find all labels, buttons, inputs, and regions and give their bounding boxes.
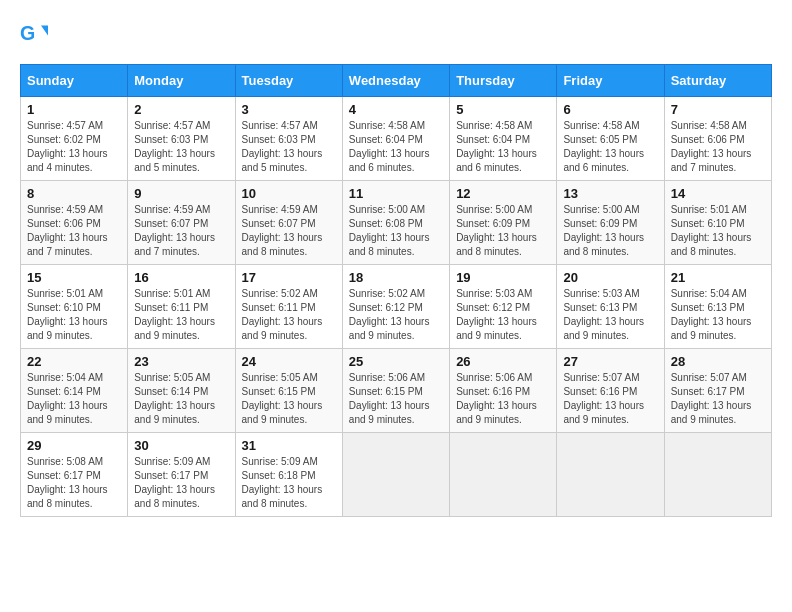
day-info: Sunrise: 5:01 AMSunset: 6:10 PMDaylight:… [27, 288, 108, 341]
day-info: Sunrise: 4:59 AMSunset: 6:06 PMDaylight:… [27, 204, 108, 257]
day-number: 31 [242, 438, 336, 453]
day-info: Sunrise: 5:04 AMSunset: 6:13 PMDaylight:… [671, 288, 752, 341]
col-header-tuesday: Tuesday [235, 65, 342, 97]
calendar-day-cell: 6 Sunrise: 4:58 AMSunset: 6:05 PMDayligh… [557, 97, 664, 181]
empty-cell [557, 433, 664, 517]
day-info: Sunrise: 5:00 AMSunset: 6:08 PMDaylight:… [349, 204, 430, 257]
day-info: Sunrise: 5:02 AMSunset: 6:12 PMDaylight:… [349, 288, 430, 341]
calendar-day-cell: 25 Sunrise: 5:06 AMSunset: 6:15 PMDaylig… [342, 349, 449, 433]
day-number: 6 [563, 102, 657, 117]
day-number: 14 [671, 186, 765, 201]
day-number: 9 [134, 186, 228, 201]
calendar-day-cell: 4 Sunrise: 4:58 AMSunset: 6:04 PMDayligh… [342, 97, 449, 181]
col-header-monday: Monday [128, 65, 235, 97]
logo: G [20, 20, 50, 48]
day-number: 20 [563, 270, 657, 285]
day-info: Sunrise: 5:03 AMSunset: 6:12 PMDaylight:… [456, 288, 537, 341]
day-info: Sunrise: 5:01 AMSunset: 6:11 PMDaylight:… [134, 288, 215, 341]
col-header-thursday: Thursday [450, 65, 557, 97]
day-number: 13 [563, 186, 657, 201]
day-number: 4 [349, 102, 443, 117]
day-number: 30 [134, 438, 228, 453]
day-info: Sunrise: 5:00 AMSunset: 6:09 PMDaylight:… [563, 204, 644, 257]
calendar-day-cell: 7 Sunrise: 4:58 AMSunset: 6:06 PMDayligh… [664, 97, 771, 181]
day-number: 18 [349, 270, 443, 285]
day-info: Sunrise: 4:59 AMSunset: 6:07 PMDaylight:… [134, 204, 215, 257]
calendar-week-row: 1 Sunrise: 4:57 AMSunset: 6:02 PMDayligh… [21, 97, 772, 181]
day-info: Sunrise: 5:06 AMSunset: 6:16 PMDaylight:… [456, 372, 537, 425]
col-header-friday: Friday [557, 65, 664, 97]
day-number: 11 [349, 186, 443, 201]
day-info: Sunrise: 5:01 AMSunset: 6:10 PMDaylight:… [671, 204, 752, 257]
calendar-day-cell: 5 Sunrise: 4:58 AMSunset: 6:04 PMDayligh… [450, 97, 557, 181]
calendar-day-cell: 1 Sunrise: 4:57 AMSunset: 6:02 PMDayligh… [21, 97, 128, 181]
day-number: 28 [671, 354, 765, 369]
calendar-day-cell: 16 Sunrise: 5:01 AMSunset: 6:11 PMDaylig… [128, 265, 235, 349]
calendar-day-cell: 27 Sunrise: 5:07 AMSunset: 6:16 PMDaylig… [557, 349, 664, 433]
day-number: 16 [134, 270, 228, 285]
col-header-sunday: Sunday [21, 65, 128, 97]
day-info: Sunrise: 5:00 AMSunset: 6:09 PMDaylight:… [456, 204, 537, 257]
empty-cell [342, 433, 449, 517]
svg-marker-1 [41, 26, 48, 36]
day-number: 5 [456, 102, 550, 117]
day-info: Sunrise: 5:02 AMSunset: 6:11 PMDaylight:… [242, 288, 323, 341]
empty-cell [664, 433, 771, 517]
calendar-day-cell: 23 Sunrise: 5:05 AMSunset: 6:14 PMDaylig… [128, 349, 235, 433]
day-number: 23 [134, 354, 228, 369]
day-number: 12 [456, 186, 550, 201]
empty-cell [450, 433, 557, 517]
calendar-day-cell: 29 Sunrise: 5:08 AMSunset: 6:17 PMDaylig… [21, 433, 128, 517]
day-number: 7 [671, 102, 765, 117]
calendar-day-cell: 13 Sunrise: 5:00 AMSunset: 6:09 PMDaylig… [557, 181, 664, 265]
day-number: 25 [349, 354, 443, 369]
day-info: Sunrise: 4:59 AMSunset: 6:07 PMDaylight:… [242, 204, 323, 257]
col-header-saturday: Saturday [664, 65, 771, 97]
calendar-table: SundayMondayTuesdayWednesdayThursdayFrid… [20, 64, 772, 517]
calendar-week-row: 29 Sunrise: 5:08 AMSunset: 6:17 PMDaylig… [21, 433, 772, 517]
calendar-week-row: 15 Sunrise: 5:01 AMSunset: 6:10 PMDaylig… [21, 265, 772, 349]
page-header: G [20, 20, 772, 48]
day-number: 15 [27, 270, 121, 285]
calendar-day-cell: 2 Sunrise: 4:57 AMSunset: 6:03 PMDayligh… [128, 97, 235, 181]
day-number: 29 [27, 438, 121, 453]
day-info: Sunrise: 4:58 AMSunset: 6:04 PMDaylight:… [456, 120, 537, 173]
day-info: Sunrise: 5:03 AMSunset: 6:13 PMDaylight:… [563, 288, 644, 341]
calendar-day-cell: 15 Sunrise: 5:01 AMSunset: 6:10 PMDaylig… [21, 265, 128, 349]
logo-icon: G [20, 20, 48, 48]
day-info: Sunrise: 5:06 AMSunset: 6:15 PMDaylight:… [349, 372, 430, 425]
calendar-header-row: SundayMondayTuesdayWednesdayThursdayFrid… [21, 65, 772, 97]
calendar-day-cell: 18 Sunrise: 5:02 AMSunset: 6:12 PMDaylig… [342, 265, 449, 349]
calendar-day-cell: 12 Sunrise: 5:00 AMSunset: 6:09 PMDaylig… [450, 181, 557, 265]
day-info: Sunrise: 5:07 AMSunset: 6:16 PMDaylight:… [563, 372, 644, 425]
calendar-day-cell: 10 Sunrise: 4:59 AMSunset: 6:07 PMDaylig… [235, 181, 342, 265]
day-info: Sunrise: 5:05 AMSunset: 6:14 PMDaylight:… [134, 372, 215, 425]
calendar-day-cell: 3 Sunrise: 4:57 AMSunset: 6:03 PMDayligh… [235, 97, 342, 181]
calendar-day-cell: 31 Sunrise: 5:09 AMSunset: 6:18 PMDaylig… [235, 433, 342, 517]
day-info: Sunrise: 4:58 AMSunset: 6:04 PMDaylight:… [349, 120, 430, 173]
day-number: 21 [671, 270, 765, 285]
day-number: 3 [242, 102, 336, 117]
day-info: Sunrise: 5:09 AMSunset: 6:17 PMDaylight:… [134, 456, 215, 509]
day-info: Sunrise: 5:09 AMSunset: 6:18 PMDaylight:… [242, 456, 323, 509]
day-number: 27 [563, 354, 657, 369]
day-number: 24 [242, 354, 336, 369]
day-info: Sunrise: 5:08 AMSunset: 6:17 PMDaylight:… [27, 456, 108, 509]
calendar-week-row: 8 Sunrise: 4:59 AMSunset: 6:06 PMDayligh… [21, 181, 772, 265]
calendar-day-cell: 21 Sunrise: 5:04 AMSunset: 6:13 PMDaylig… [664, 265, 771, 349]
calendar-week-row: 22 Sunrise: 5:04 AMSunset: 6:14 PMDaylig… [21, 349, 772, 433]
calendar-day-cell: 26 Sunrise: 5:06 AMSunset: 6:16 PMDaylig… [450, 349, 557, 433]
day-number: 8 [27, 186, 121, 201]
calendar-day-cell: 17 Sunrise: 5:02 AMSunset: 6:11 PMDaylig… [235, 265, 342, 349]
day-info: Sunrise: 5:04 AMSunset: 6:14 PMDaylight:… [27, 372, 108, 425]
day-number: 10 [242, 186, 336, 201]
calendar-day-cell: 14 Sunrise: 5:01 AMSunset: 6:10 PMDaylig… [664, 181, 771, 265]
calendar-day-cell: 24 Sunrise: 5:05 AMSunset: 6:15 PMDaylig… [235, 349, 342, 433]
day-info: Sunrise: 5:07 AMSunset: 6:17 PMDaylight:… [671, 372, 752, 425]
day-number: 26 [456, 354, 550, 369]
calendar-day-cell: 8 Sunrise: 4:59 AMSunset: 6:06 PMDayligh… [21, 181, 128, 265]
calendar-day-cell: 11 Sunrise: 5:00 AMSunset: 6:08 PMDaylig… [342, 181, 449, 265]
day-info: Sunrise: 4:57 AMSunset: 6:03 PMDaylight:… [134, 120, 215, 173]
calendar-day-cell: 28 Sunrise: 5:07 AMSunset: 6:17 PMDaylig… [664, 349, 771, 433]
day-info: Sunrise: 4:57 AMSunset: 6:03 PMDaylight:… [242, 120, 323, 173]
